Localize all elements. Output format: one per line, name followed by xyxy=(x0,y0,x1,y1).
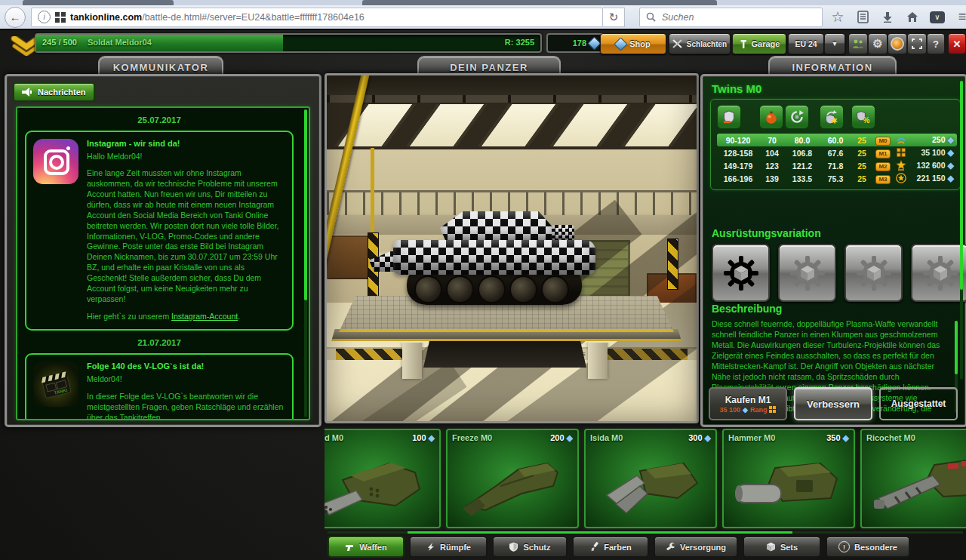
rotation-speed-icon xyxy=(785,105,809,129)
bookmarks-panel-icon[interactable] xyxy=(853,8,872,27)
equipped-button[interactable]: Ausgestattet xyxy=(879,387,958,420)
game-screen: 245 / 500Soldat Meldor04 R: 3255 178 Sho… xyxy=(0,29,966,560)
item-card-hammer[interactable]: Hammer M0 350◆ xyxy=(722,429,855,528)
browser-tabstrip[interactable] xyxy=(0,0,966,5)
stat-row-m3[interactable]: 166-196139133.575.325 M3 221 150◆ xyxy=(717,172,957,185)
stat-row-m0[interactable]: 90-1207080.060.025 M0 250◆ xyxy=(717,134,957,146)
sound-icon xyxy=(891,37,904,51)
scrollbar-thumb[interactable] xyxy=(955,321,958,374)
site-info-icon[interactable]: i xyxy=(38,11,51,23)
browser-tab[interactable] xyxy=(362,0,717,5)
message-greeting: Hallo Meldor04! xyxy=(87,152,285,162)
tab-special[interactable]: ! Besondere xyxy=(826,536,910,558)
impact-icon xyxy=(759,105,783,129)
close-icon: ✕ xyxy=(953,38,961,50)
tab-hulls[interactable]: Rümpfe xyxy=(409,536,488,558)
protection-percent-icon: % xyxy=(851,105,875,129)
site-favicon xyxy=(55,12,66,23)
stat-row-m1[interactable]: 128-158104106.867.625 M1 35 100◆ xyxy=(717,146,957,159)
rank-icon-star-wreath xyxy=(894,173,909,185)
clapperboard-icon: TANKI xyxy=(33,362,78,407)
stat-row-m2[interactable]: 149-179123121.271.825 M2 132 600◆ xyxy=(717,159,957,172)
message-date: 25.07.2017 xyxy=(23,115,295,125)
self-damage-protection-icon xyxy=(820,105,844,129)
battles-button[interactable]: Schlachten xyxy=(669,33,731,54)
equipment-slot-4[interactable] xyxy=(911,244,966,302)
tab-paints[interactable]: Farben xyxy=(572,536,649,558)
address-bar[interactable]: i tankionline.com/battle-de.html#/server… xyxy=(31,8,603,27)
tab-protection[interactable]: Schutz xyxy=(492,536,568,558)
firebird-turret-image xyxy=(325,450,430,519)
upgrade-button[interactable]: Verbessern xyxy=(794,387,872,420)
instagram-account-link[interactable]: Instagram-Account xyxy=(171,312,238,321)
exclamation-icon: ! xyxy=(838,541,850,552)
downloads-icon[interactable] xyxy=(878,8,897,27)
stats-table: % 90-1207080.060.025 M0 250◆ 128-1581041… xyxy=(710,99,961,190)
carousel-scrollbar[interactable] xyxy=(328,531,963,534)
browser-navbar: ← i tankionline.com/battle-de.html#/serv… xyxy=(0,5,966,29)
ricochet-turret-image xyxy=(869,450,966,519)
message-body: In dieser Folge des V-LOG`s beantworten … xyxy=(87,392,285,420)
turret-title: Twins M0 xyxy=(712,82,761,95)
settings-button[interactable]: ⚙ xyxy=(868,33,888,54)
close-button[interactable]: ✕ xyxy=(948,33,966,54)
experience-bar: 245 / 500Soldat Meldor04 R: 3255 xyxy=(35,33,542,53)
xp-value: 245 / 500 xyxy=(42,38,77,47)
reload-button[interactable]: ↻ xyxy=(603,8,625,27)
description-title: Beschreibung xyxy=(712,303,782,315)
item-card-freeze[interactable]: Freeze M0 200◆ xyxy=(446,429,579,528)
garage-button[interactable]: Garage xyxy=(732,33,786,54)
battles-icon xyxy=(672,39,683,48)
damage-icon xyxy=(717,105,741,129)
bookmark-star-icon[interactable]: ☆ xyxy=(828,8,848,27)
item-card-firebird[interactable]: bird M0 100◆ xyxy=(325,429,441,528)
svg-text:%: % xyxy=(863,116,870,125)
menu-icon[interactable]: ≡ xyxy=(952,8,966,27)
fullscreen-button[interactable] xyxy=(907,33,927,54)
message-card-vlog[interactable]: TANKI Folge 140 des V-LOG`s ist da! Meld… xyxy=(25,353,294,420)
panel-scrollbar[interactable] xyxy=(960,81,963,380)
tab-supplies[interactable]: Versorgung xyxy=(654,536,738,558)
equipment-slot-1[interactable] xyxy=(712,244,770,302)
buy-m1-button[interactable]: Kaufen M1 35 100◆Rang xyxy=(709,387,787,420)
home-icon[interactable] xyxy=(903,8,922,27)
server-selector[interactable]: EU 24 xyxy=(788,33,824,54)
browser-tab[interactable] xyxy=(23,0,174,5)
rank-icon-star xyxy=(894,160,909,172)
garage-tabs: Waffen Rümpfe Schutz Farben Versorgung S… xyxy=(328,536,910,558)
browser-chrome: ← i tankionline.com/battle-de.html#/serv… xyxy=(0,0,966,29)
crystal-counter[interactable]: 178 xyxy=(546,33,605,53)
item-card-ricochet[interactable]: Ricochet M0 xyxy=(860,429,966,528)
shield-icon xyxy=(509,542,518,552)
message-title: Folge 140 des V-LOG`s ist da! xyxy=(87,361,285,372)
friends-button[interactable] xyxy=(848,33,868,54)
search-input[interactable] xyxy=(660,11,784,23)
message-card-instagram[interactable]: Instagram - wir sind da! Hallo Meldor04!… xyxy=(25,131,294,331)
message-date: 21.07.2017 xyxy=(23,338,295,347)
help-button[interactable]: ? xyxy=(927,33,945,54)
news-button[interactable]: Nachrichten xyxy=(13,82,95,102)
message-greeting: Meldor04! xyxy=(87,374,285,385)
server-dropdown-arrow[interactable]: ▼ xyxy=(824,33,845,54)
rank-requirement-icon xyxy=(769,406,776,413)
pocket-icon[interactable]: ∨ xyxy=(928,8,947,27)
search-icon xyxy=(646,12,656,22)
information-panel: Twins M0 % 90-1207080.060.025 M0 250◆ xyxy=(700,74,966,427)
sound-button[interactable] xyxy=(888,33,907,54)
item-card-isida[interactable]: Isida M0 300◆ xyxy=(584,429,717,528)
scrollbar-thumb[interactable] xyxy=(304,109,307,300)
scrollbar-thumb[interactable] xyxy=(960,81,963,290)
tab-weapons[interactable]: Waffen xyxy=(328,536,405,558)
scrollbar-thumb[interactable] xyxy=(408,531,792,534)
tank-preview[interactable]: KEEP DISTANCE KEEP DISTANCE xyxy=(325,73,699,423)
gear-icon: ⚙ xyxy=(872,37,882,51)
tab-sets[interactable]: Sets xyxy=(743,536,821,558)
friends-icon xyxy=(852,38,864,49)
equipment-slot-2[interactable] xyxy=(778,244,836,302)
search-box[interactable] xyxy=(639,8,823,27)
equipment-slot-3[interactable] xyxy=(844,244,903,302)
back-button[interactable]: ← xyxy=(5,7,26,28)
megaphone-icon xyxy=(22,88,33,97)
shop-button[interactable]: Shop xyxy=(600,33,666,54)
messages-scrollbar[interactable] xyxy=(304,109,307,417)
